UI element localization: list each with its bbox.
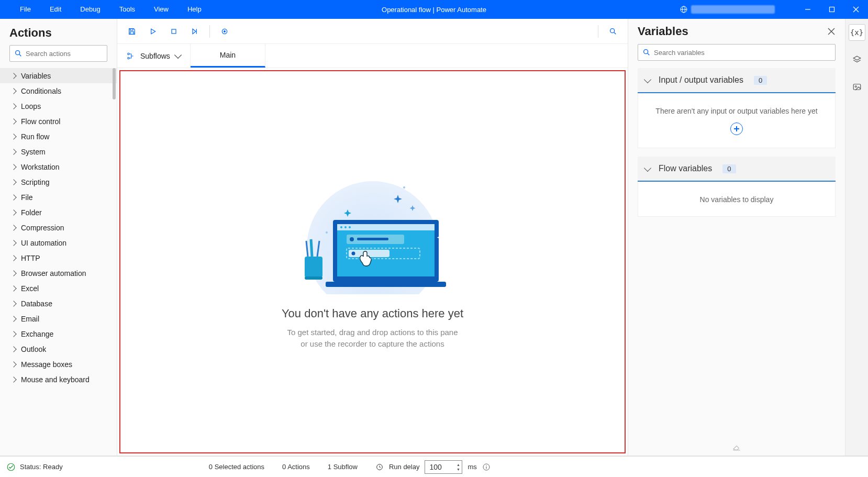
svg-point-48 (855, 86, 856, 87)
action-category-mouse-and-keyboard[interactable]: Mouse and keyboard (0, 372, 117, 387)
category-label: System (21, 148, 46, 156)
environment-name-redacted (691, 5, 775, 14)
chevron-right-icon (10, 149, 16, 154)
subflows-icon (127, 52, 135, 60)
svg-rect-9 (130, 28, 133, 30)
search-flow-button[interactable] (604, 22, 622, 41)
close-variables-button[interactable] (825, 25, 838, 38)
delay-increment[interactable]: ▲ (455, 462, 461, 467)
svg-line-16 (614, 32, 616, 34)
menu-file[interactable]: File (10, 0, 40, 19)
chevron-right-icon (10, 301, 16, 306)
chevron-right-icon (10, 118, 16, 124)
menu-view[interactable]: View (144, 0, 178, 19)
io-variables-header[interactable]: Input / output variables 0 (638, 68, 836, 93)
svg-rect-34 (357, 238, 388, 240)
action-category-workstation[interactable]: Workstation (0, 159, 117, 174)
flow-variables-body: No variables to display (638, 182, 836, 217)
rail-images-button[interactable] (849, 79, 865, 95)
chevron-right-icon (10, 88, 16, 94)
action-category-run-flow[interactable]: Run flow (0, 129, 117, 144)
clear-variables-button[interactable] (628, 438, 845, 456)
action-category-database[interactable]: Database (0, 296, 117, 311)
action-category-system[interactable]: System (0, 144, 117, 159)
action-category-scripting[interactable]: Scripting (0, 174, 117, 190)
subflows-dropdown[interactable]: Subflows (117, 44, 191, 68)
scrollbar[interactable] (113, 68, 116, 99)
layers-icon (852, 55, 862, 64)
action-category-http[interactable]: HTTP (0, 250, 117, 265)
run-delay-input[interactable]: 100 ▲▼ (425, 460, 462, 474)
run-button[interactable] (143, 22, 162, 41)
chevron-right-icon (10, 73, 16, 79)
rail-variables-button[interactable]: {x} (849, 24, 865, 41)
action-category-browser-automation[interactable]: Browser automation (0, 265, 117, 281)
action-category-ui-automation[interactable]: UI automation (0, 235, 117, 250)
category-label: File (21, 193, 33, 202)
svg-line-23 (311, 239, 312, 257)
menu-edit[interactable]: Edit (40, 0, 71, 19)
action-category-variables[interactable]: Variables (0, 68, 117, 83)
save-button[interactable] (123, 22, 141, 41)
designer-canvas[interactable]: You don't have any actions here yet To g… (119, 70, 626, 453)
rail-ui-elements-button[interactable] (849, 51, 865, 68)
run-delay-label: Run delay (389, 463, 420, 471)
svg-line-43 (648, 53, 649, 55)
category-label: Folder (21, 208, 42, 217)
run-next-button[interactable] (185, 22, 204, 41)
svg-point-52 (486, 465, 486, 465)
chevron-right-icon (10, 346, 16, 352)
action-category-email[interactable]: Email (0, 311, 117, 326)
variables-panel-title: Variables (638, 25, 688, 38)
subflow-tabs: Subflows Main (117, 44, 628, 68)
delay-decrement[interactable]: ▼ (455, 467, 461, 472)
menu-help[interactable]: Help (178, 0, 211, 19)
maximize-button[interactable] (820, 0, 844, 19)
action-category-file[interactable]: File (0, 190, 117, 205)
category-label: Workstation (21, 163, 60, 171)
category-label: Mouse and keyboard (21, 375, 90, 384)
actions-search-input[interactable] (26, 50, 114, 58)
action-category-message-boxes[interactable]: Message boxes (0, 357, 117, 372)
action-category-conditionals[interactable]: Conditionals (0, 83, 117, 98)
menu-tools[interactable]: Tools (110, 0, 144, 19)
chevron-right-icon (10, 376, 16, 382)
actions-search[interactable] (9, 45, 107, 62)
tab-main[interactable]: Main (191, 44, 265, 68)
variables-search[interactable] (638, 44, 836, 61)
variables-panel: Variables Input / output variables 0 The… (628, 19, 845, 456)
svg-rect-10 (130, 31, 134, 34)
designer-toolbar (117, 19, 628, 44)
menu-debug[interactable]: Debug (71, 0, 109, 19)
chevron-right-icon (10, 164, 16, 170)
actions-category-list[interactable]: VariablesConditionalsLoopsFlow controlRu… (0, 68, 117, 456)
action-category-flow-control[interactable]: Flow control (0, 114, 117, 129)
variables-search-input[interactable] (654, 49, 831, 57)
minimize-button[interactable] (796, 0, 820, 19)
action-category-exchange[interactable]: Exchange (0, 326, 117, 341)
chevron-down-icon (644, 164, 651, 171)
main-menu: File Edit Debug Tools View Help (0, 0, 211, 19)
close-button[interactable] (844, 0, 868, 19)
svg-point-29 (344, 226, 347, 228)
action-category-folder[interactable]: Folder (0, 205, 117, 220)
stop-button[interactable] (164, 22, 183, 41)
action-category-loops[interactable]: Loops (0, 98, 117, 114)
empty-state: You don't have any actions here yet To g… (282, 174, 463, 350)
svg-point-28 (340, 226, 342, 228)
io-variables-section: Input / output variables 0 There aren't … (638, 68, 836, 148)
flow-variables-title: Flow variables (659, 164, 712, 173)
action-category-compression[interactable]: Compression (0, 220, 117, 235)
recorder-button[interactable] (215, 22, 234, 41)
add-io-variable-button[interactable] (730, 123, 743, 135)
flow-variables-header[interactable]: Flow variables 0 (638, 157, 836, 182)
environment-picker[interactable] (680, 5, 775, 14)
run-delay-control: Run delay 100 ▲▼ ms (375, 460, 491, 474)
chevron-right-icon (10, 331, 16, 337)
info-icon[interactable] (482, 463, 491, 471)
category-label: Exchange (21, 330, 53, 338)
action-category-outlook[interactable]: Outlook (0, 341, 117, 357)
action-category-excel[interactable]: Excel (0, 281, 117, 296)
category-label: Scripting (21, 178, 49, 186)
status-actions-count: 0 Actions (282, 463, 310, 471)
